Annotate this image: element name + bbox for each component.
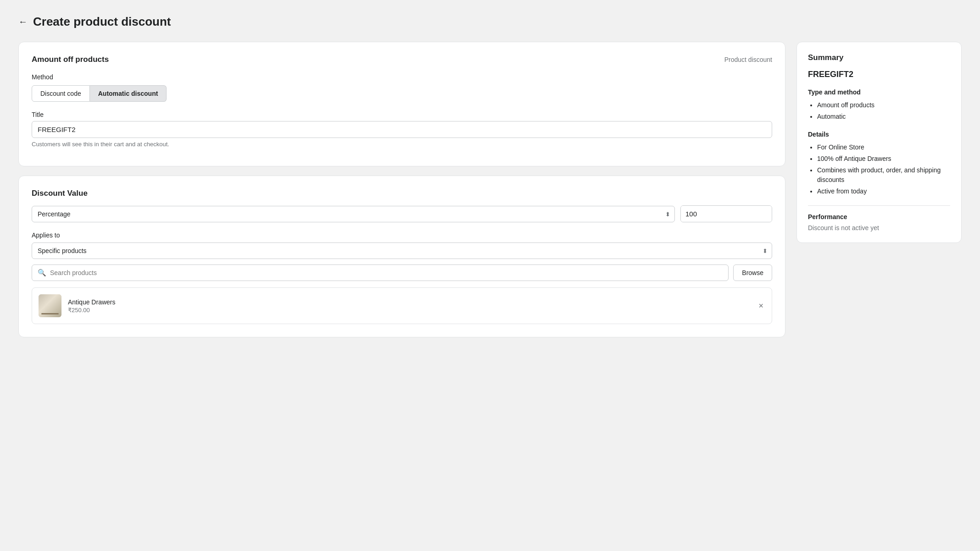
method-card-title: Amount off products xyxy=(32,55,109,64)
page-title: Create product discount xyxy=(33,15,171,29)
product-thumbnail xyxy=(39,294,61,317)
discount-code-button[interactable]: Discount code xyxy=(32,85,90,102)
product-name: Antique Drawers xyxy=(68,298,750,306)
left-column: Amount off products Product discount Met… xyxy=(18,42,785,337)
product-info: Antique Drawers ₹250.00 xyxy=(68,298,750,314)
search-icon: 🔍 xyxy=(38,269,46,277)
title-group: Title Customers will see this in their c… xyxy=(32,111,772,148)
performance-text: Discount is not active yet xyxy=(808,224,950,231)
right-column: Summary FREEGIFT2 Type and method Amount… xyxy=(796,42,962,243)
method-card-header: Amount off products Product discount xyxy=(32,55,772,64)
method-label: Method xyxy=(32,73,772,81)
search-input[interactable] xyxy=(50,265,723,281)
summary-divider xyxy=(808,205,950,206)
search-input-wrapper: 🔍 xyxy=(32,264,729,281)
type-and-method-list: Amount off products Automatic xyxy=(808,100,950,121)
summary-title: Summary xyxy=(808,53,950,62)
title-input[interactable] xyxy=(32,121,772,138)
type-select[interactable]: Percentage Fixed amount xyxy=(32,206,675,222)
applies-to-select-wrapper: Specific products All products Specific … xyxy=(32,242,772,259)
method-card: Amount off products Product discount Met… xyxy=(18,42,785,166)
remove-product-button[interactable]: × xyxy=(757,300,765,312)
search-wrapper: 🔍 Browse xyxy=(32,264,772,281)
main-layout: Amount off products Product discount Met… xyxy=(18,42,962,337)
product-discount-badge: Product discount xyxy=(724,56,772,63)
value-input-wrapper: % xyxy=(680,205,772,222)
details-list: For Online Store 100% off Antique Drawer… xyxy=(808,143,950,196)
title-label: Title xyxy=(32,111,772,118)
summary-method-item: Automatic xyxy=(817,112,950,121)
product-price: ₹250.00 xyxy=(68,307,750,314)
applies-to-label: Applies to xyxy=(32,231,772,239)
discount-value-title: Discount Value xyxy=(32,189,772,198)
method-group: Method Discount code Automatic discount xyxy=(32,73,772,102)
title-helper-text: Customers will see this in their cart an… xyxy=(32,141,772,148)
method-buttons: Discount code Automatic discount xyxy=(32,85,772,102)
page-header: ← Create product discount xyxy=(18,15,962,29)
type-select-wrapper: Percentage Fixed amount ⬍ xyxy=(32,206,675,222)
automatic-discount-button[interactable]: Automatic discount xyxy=(90,85,167,102)
discount-value-row: Percentage Fixed amount ⬍ % xyxy=(32,205,772,222)
type-and-method-title: Type and method xyxy=(808,88,950,96)
summary-card: Summary FREEGIFT2 Type and method Amount… xyxy=(796,42,962,243)
detail-item-0: For Online Store xyxy=(817,143,950,152)
summary-discount-name: FREEGIFT2 xyxy=(808,70,950,79)
performance-title: Performance xyxy=(808,213,950,220)
detail-item-2: Combines with product, order, and shippi… xyxy=(817,165,950,185)
browse-button[interactable]: Browse xyxy=(733,264,772,281)
back-button[interactable]: ← xyxy=(18,17,28,27)
discount-value-card: Discount Value Percentage Fixed amount ⬍… xyxy=(18,176,785,337)
product-item: Antique Drawers ₹250.00 × xyxy=(32,287,772,324)
summary-type-item: Amount off products xyxy=(817,100,950,110)
applies-to-select[interactable]: Specific products All products Specific … xyxy=(32,242,772,259)
detail-item-3: Active from today xyxy=(817,187,950,196)
value-input[interactable] xyxy=(681,206,772,222)
details-title: Details xyxy=(808,131,950,138)
detail-item-1: 100% off Antique Drawers xyxy=(817,154,950,164)
product-thumb-image xyxy=(39,294,61,317)
